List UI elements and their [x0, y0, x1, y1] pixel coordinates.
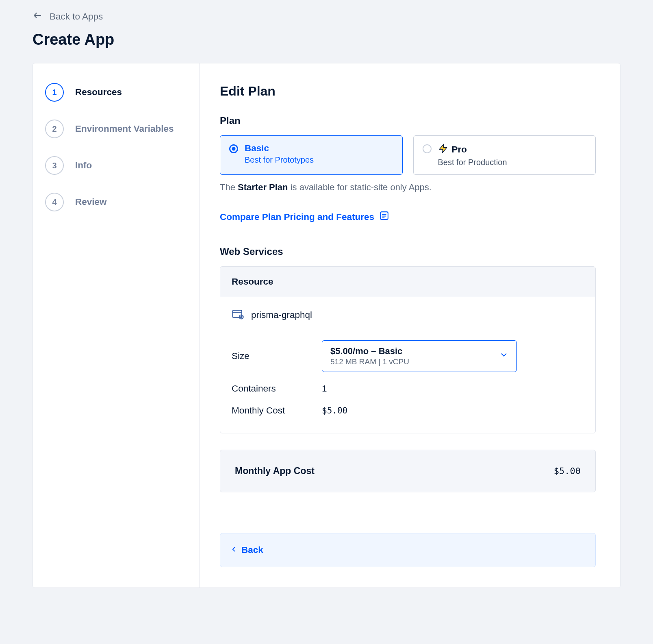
- back-to-apps-label: Back to Apps: [50, 11, 103, 22]
- size-select[interactable]: $5.00/mo – Basic 512 MB RAM | 1 vCPU: [322, 340, 517, 372]
- monthly-app-cost-label: Monthly App Cost: [235, 466, 315, 476]
- monthly-cost-label: Monthly Cost: [232, 405, 322, 416]
- bottom-nav: Back: [220, 533, 596, 567]
- size-select-text: $5.00/mo – Basic 512 MB RAM | 1 vCPU: [330, 346, 409, 366]
- step-number: 2: [45, 120, 64, 138]
- svg-rect-6: [233, 310, 242, 318]
- list-icon: [379, 211, 389, 223]
- plan-name: Pro: [438, 143, 507, 156]
- service-icon: [232, 308, 244, 322]
- plan-name: Basic: [245, 143, 314, 154]
- step-review[interactable]: 4 Review: [43, 184, 189, 220]
- step-info[interactable]: 3 Info: [43, 147, 189, 184]
- compare-pricing-link[interactable]: Compare Plan Pricing and Features: [220, 211, 389, 223]
- radio-icon: [423, 144, 432, 153]
- page-title: Create App: [33, 31, 620, 48]
- wizard-steps: 1 Resources 2 Environment Variables 3 In…: [33, 63, 200, 587]
- plan-subtitle: Best for Production: [438, 158, 507, 167]
- wizard-card: 1 Resources 2 Environment Variables 3 In…: [33, 63, 620, 588]
- step-number: 4: [45, 193, 64, 211]
- step-number: 3: [45, 156, 64, 175]
- resource-header: Resource: [220, 267, 595, 297]
- back-to-apps-link[interactable]: Back to Apps: [33, 8, 103, 27]
- containers-row: Containers 1: [232, 378, 584, 400]
- plan-name-label: Pro: [452, 144, 467, 155]
- containers-value: 1: [322, 383, 327, 394]
- resource-name-row: prisma-graphql: [232, 308, 584, 322]
- edit-plan-panel: Edit Plan Plan Basic Best for Prototypes: [200, 63, 620, 587]
- back-button-label: Back: [241, 545, 263, 555]
- plan-subtitle: Best for Prototypes: [245, 155, 314, 165]
- step-label: Review: [75, 197, 107, 207]
- step-number: 1: [45, 83, 64, 102]
- panel-title: Edit Plan: [220, 84, 596, 99]
- compare-pricing-label: Compare Plan Pricing and Features: [220, 212, 374, 222]
- step-label: Environment Variables: [75, 124, 174, 134]
- plan-section-title: Plan: [220, 115, 596, 126]
- arrow-left-icon: [33, 11, 42, 23]
- monthly-app-cost-box: Monthly App Cost $5.00: [220, 450, 596, 492]
- chevron-down-icon: [499, 350, 508, 362]
- step-label: Info: [75, 160, 92, 171]
- bolt-icon: [438, 143, 449, 156]
- back-button[interactable]: Back: [230, 545, 263, 555]
- plan-info: Pro Best for Production: [438, 143, 507, 167]
- size-sub: 512 MB RAM | 1 vCPU: [330, 357, 409, 366]
- step-resources[interactable]: 1 Resources: [43, 74, 189, 111]
- monthly-cost-row: Monthly Cost $5.00: [232, 400, 584, 422]
- plan-card-pro[interactable]: Pro Best for Production: [413, 135, 596, 175]
- plan-options: Basic Best for Prototypes Pro Best for: [220, 135, 596, 175]
- starter-note-text: The: [220, 182, 238, 192]
- resource-box: Resource prisma-graphql: [220, 266, 596, 433]
- step-environment-variables[interactable]: 2 Environment Variables: [43, 111, 189, 147]
- resource-body: prisma-graphql Size $5.00/mo – Basic 512…: [220, 297, 595, 433]
- svg-marker-1: [439, 144, 447, 153]
- plan-info: Basic Best for Prototypes: [245, 143, 314, 165]
- starter-note-text: is available for static-site only Apps.: [288, 182, 432, 192]
- plan-card-basic[interactable]: Basic Best for Prototypes: [220, 135, 403, 175]
- step-label: Resources: [75, 87, 122, 98]
- size-label: Size: [232, 351, 322, 361]
- web-services-title: Web Services: [220, 246, 596, 257]
- starter-note-bold: Starter Plan: [238, 182, 288, 192]
- containers-label: Containers: [232, 383, 322, 394]
- size-row: Size $5.00/mo – Basic 512 MB RAM | 1 vCP…: [232, 335, 584, 378]
- chevron-left-icon: [230, 545, 237, 555]
- monthly-app-cost-value: $5.00: [554, 466, 581, 476]
- radio-icon: [229, 144, 238, 153]
- resource-name: prisma-graphql: [251, 310, 312, 320]
- monthly-cost-value: $5.00: [322, 406, 347, 416]
- starter-plan-note: The Starter Plan is available for static…: [220, 182, 596, 193]
- size-main: $5.00/mo – Basic: [330, 346, 409, 357]
